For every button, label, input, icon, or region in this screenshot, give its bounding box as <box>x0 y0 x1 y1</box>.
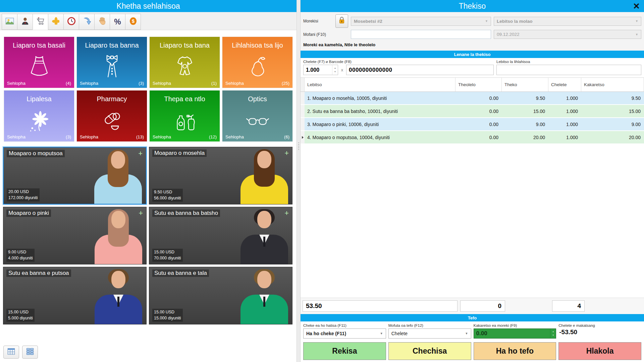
hold-button[interactable] <box>94 14 110 30</box>
history-button[interactable] <box>63 14 79 30</box>
lock-icon <box>337 16 346 26</box>
table-row[interactable]: 4. Moaparo o moputsoa, 10004, diyuniti 0… <box>301 131 644 144</box>
column-header-theolelo[interactable]: Theolelo <box>455 78 502 92</box>
product-price: 15.00 USD <box>8 309 33 315</box>
change-value: -53.50 <box>558 328 641 336</box>
percent-icon: % <box>114 17 121 26</box>
category-group-label: Sehlopha <box>80 81 98 86</box>
column-header-chelete[interactable]: Chelete <box>548 78 581 92</box>
quantity-stepper[interactable]: 1.000▲▼ <box>303 65 338 75</box>
add-product-icon[interactable]: + <box>284 209 289 218</box>
table-row[interactable]: 2. Sutu ea banna ba batsho, 10001, diyun… <box>301 105 644 118</box>
category-count: (3) <box>66 134 71 139</box>
product-tile-moaparo-o-mosehla[interactable]: Moaparo o mosehla + 9.50 USD56.000 diyun… <box>149 147 292 204</box>
picture-view-button[interactable] <box>2 14 17 30</box>
discount-total-value: 0 <box>460 300 505 312</box>
product-selection-panel: Khetha sehlahisoa % $ Liapa <box>0 0 297 362</box>
sale-items-table: Lebitso Theolelo Theko Chelete Kakaretso… <box>301 77 644 298</box>
chevron-down-icon: ▼ <box>635 33 638 36</box>
product-price: 9.00 USD <box>8 249 33 255</box>
column-header-kakaretso[interactable]: Kakaretso <box>581 78 644 92</box>
totals-row: 53.50 0 4 <box>301 298 644 314</box>
tile-view-button[interactable] <box>22 346 38 359</box>
return-button[interactable] <box>79 14 95 30</box>
discount-button[interactable]: % <box>110 14 125 30</box>
product-tile-sutu-ea-banna-e-tala[interactable]: Sutu ea banna e tala 15.00 USD15.000 diy… <box>149 267 292 324</box>
items-count-value: 4 <box>552 300 585 312</box>
category-name: Lipalesa <box>26 95 52 103</box>
right-panel-title: Thekiso <box>459 2 486 11</box>
cart-icon <box>36 16 45 27</box>
category-tile-lihlahisoa-tsa-lijo[interactable]: Lihlahisoa tsa lijo Sehlopha(25) <box>222 37 292 88</box>
product-price: 9.50 USD <box>154 189 181 195</box>
product-photo <box>238 267 291 324</box>
date-select: 09.12.2022▼ <box>494 30 641 39</box>
product-tile-moaparo-o-moputsoa[interactable]: Moaparo o moputsoa + 20.00 USD172.000 di… <box>3 147 147 204</box>
category-group-label: Sehlopha <box>153 134 171 139</box>
category-tile-thepa-ea-ntlo[interactable]: Thepa ea ntlo Sehlopha(12) <box>150 90 220 141</box>
lock-button[interactable] <box>335 14 348 28</box>
panel-splitter[interactable] <box>297 0 301 362</box>
customer-note: Moreki ea kamehla, Ntle le theolelo <box>303 41 641 50</box>
add-product-icon[interactable]: + <box>284 149 289 158</box>
table-row[interactable]: 3. Moaparo o pinki, 10006, diyuniti 0.00… <box>301 118 644 131</box>
product-photo <box>238 207 291 264</box>
product-tile-sutu-ea-banna-e-putsoa[interactable]: Sutu ea banna e putsoa 15.00 USD5.000 di… <box>3 267 147 324</box>
tile-view-icon <box>25 347 35 357</box>
times-label: x <box>338 67 346 72</box>
seller-label: Morekisi <box>303 19 335 23</box>
sell-button[interactable]: Rekisa <box>303 342 386 360</box>
category-count: (12) <box>209 134 217 139</box>
product-stock: 70.000 diyuniti <box>154 255 181 261</box>
product-stock: 56.000 diyuniti <box>154 195 181 201</box>
column-header-lebitso[interactable]: Lebitso <box>305 78 455 92</box>
product-tile-sutu-ea-banna-ba-batsho[interactable]: Sutu ea banna ba batsho + 15.00 USD70.00… <box>149 207 292 264</box>
cart-button[interactable] <box>33 14 48 30</box>
category-tile-liaparo-tsa-bana[interactable]: Liaparo tsa bana Sehlopha(1) <box>150 37 220 88</box>
column-header-theko[interactable]: Theko <box>502 78 548 92</box>
add-product-icon[interactable]: + <box>138 149 143 158</box>
product-name-input[interactable] <box>496 65 641 75</box>
product-photo <box>238 147 291 204</box>
table-row[interactable]: 1. Moaparo o mosehla, 10005, diyuniti 0.… <box>301 92 644 105</box>
cancel-button[interactable]: Hlakola <box>558 342 641 360</box>
category-count: (6) <box>284 134 289 139</box>
item-entry: Chelete (F7) и Barcode (F8) 1.000▲▼ x 00… <box>301 58 644 77</box>
spinner-arrows-icon[interactable]: ▲▼ <box>550 329 556 338</box>
cheque-print-select[interactable]: Ha ho cheke (F11)▼ <box>303 328 386 339</box>
category-tile-liaparo-tsa-banna[interactable]: Liaparo tsa banna Sehlopha(3) <box>77 37 147 88</box>
add-product-icon[interactable]: + <box>139 209 143 218</box>
category-grid: Liaparo tsa basali Sehlopha(4) Liaparo t… <box>0 30 297 144</box>
product-name: Sutu ea banna ba batsho <box>152 209 220 217</box>
product-tile-moaparo-o-pinki[interactable]: Moaparo o pinki + 9.00 USD4.000 diyuniti <box>3 207 147 264</box>
product-stock: 172.000 diyuniti <box>8 195 38 201</box>
payment-method-select[interactable]: Chelete▼ <box>388 328 471 339</box>
svg-text:$: $ <box>131 18 135 24</box>
chevron-down-icon: ▼ <box>465 332 468 335</box>
category-tile-pharmacy[interactable]: Pharmacy Sehlopha(13) <box>77 90 147 141</box>
product-photo <box>92 207 145 264</box>
table-view-button[interactable] <box>3 346 19 359</box>
category-count: (13) <box>136 134 144 139</box>
splitter-grip-icon <box>298 142 299 150</box>
barcode-input[interactable]: 0000000000000 <box>346 65 494 75</box>
customer-total-input[interactable]: 0.00▲▼ <box>474 328 556 339</box>
spinner-arrows-icon[interactable]: ▲▼ <box>332 65 338 75</box>
product-price: 20.00 USD <box>8 189 38 195</box>
category-name: Thepa ea ntlo <box>164 95 205 103</box>
category-tile-liaparo-tsa-basali[interactable]: Liaparo tsa basali Sehlopha(4) <box>4 37 74 88</box>
payment-button[interactable]: $ <box>125 14 141 30</box>
category-tile-lipalesa[interactable]: Lipalesa Sehlopha(3) <box>4 90 74 141</box>
postpone-button[interactable]: Chechisa <box>388 342 471 360</box>
table-view-icon <box>7 347 16 357</box>
category-tile-optics[interactable]: Optics Sehlopha(6) <box>222 90 292 141</box>
plugins-icon <box>51 16 61 27</box>
plugins-button[interactable] <box>48 14 64 30</box>
sale-total-value: 53.50 <box>303 300 458 312</box>
no-payment-button[interactable]: Ha ho tefo <box>474 342 556 360</box>
category-group-label: Sehlopha <box>225 81 244 86</box>
customer-button[interactable] <box>17 14 33 30</box>
category-group-label: Sehlopha <box>7 134 25 139</box>
close-icon[interactable]: ✕ <box>633 0 640 12</box>
supplier-input[interactable] <box>351 30 491 39</box>
